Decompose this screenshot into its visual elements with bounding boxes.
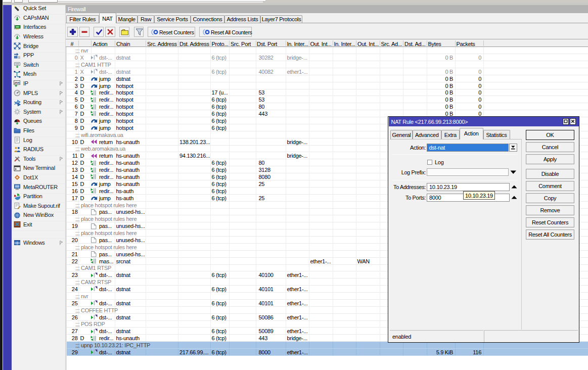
svg-text:255: 255 [14, 81, 20, 84]
